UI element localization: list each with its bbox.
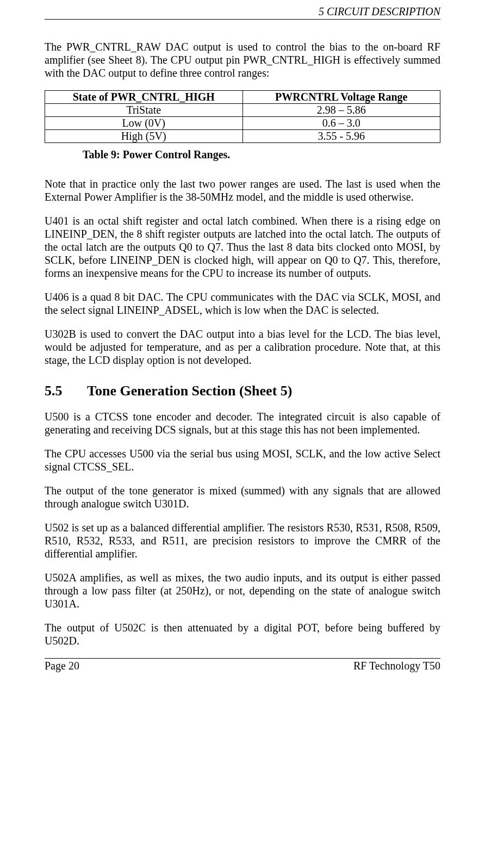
- paragraph: U502A amplifies, as well as mixes, the t…: [45, 571, 440, 610]
- table-cell: 3.55 - 5.96: [242, 130, 440, 143]
- table-caption: Table 9: Power Control Ranges.: [83, 148, 440, 161]
- paragraph: U502 is set up as a balanced differentia…: [45, 521, 440, 560]
- table-cell: 0.6 – 3.0: [242, 117, 440, 130]
- section-title: Tone Generation Section (Sheet 5): [87, 383, 292, 399]
- table-header-row: State of PWR_CNTRL_HIGH PWRCNTRL Voltage…: [45, 91, 440, 104]
- paragraph: U500 is a CTCSS tone encoder and decoder…: [45, 410, 440, 436]
- table-row: High (5V) 3.55 - 5.96: [45, 130, 440, 143]
- paragraph: The CPU accesses U500 via the serial bus…: [45, 447, 440, 473]
- footer-doc-id: RF Technology T50: [353, 660, 440, 672]
- paragraph: The output of U502C is then attenuated b…: [45, 621, 440, 647]
- paragraph: U302B is used to convert the DAC output …: [45, 327, 440, 367]
- page-footer: Page 20 RF Technology T50: [45, 658, 440, 672]
- table-row: Low (0V) 0.6 – 3.0: [45, 117, 440, 130]
- table-cell: Low (0V): [45, 117, 243, 130]
- page-header: 5 CIRCUIT DESCRIPTION: [45, 5, 440, 20]
- paragraph: U406 is a quad 8 bit DAC. The CPU commun…: [45, 290, 440, 317]
- footer-page-number: Page 20: [45, 660, 79, 672]
- section-number: 5.5: [45, 383, 87, 399]
- paragraph: The PWR_CNTRL_RAW DAC output is used to …: [45, 40, 440, 79]
- paragraph: Note that in practice only the last two …: [45, 177, 440, 203]
- paragraph: U401 is an octal shift register and octa…: [45, 214, 440, 280]
- section-heading: 5.5Tone Generation Section (Sheet 5): [45, 383, 440, 399]
- table-row: TriState 2.98 – 5.86: [45, 104, 440, 117]
- table-cell: High (5V): [45, 130, 243, 143]
- paragraph: The output of the tone generator is mixe…: [45, 484, 440, 510]
- table-cell: TriState: [45, 104, 243, 117]
- table-header: PWRCNTRL Voltage Range: [242, 91, 440, 104]
- power-control-table: State of PWR_CNTRL_HIGH PWRCNTRL Voltage…: [45, 90, 440, 143]
- table-header: State of PWR_CNTRL_HIGH: [45, 91, 243, 104]
- table-cell: 2.98 – 5.86: [242, 104, 440, 117]
